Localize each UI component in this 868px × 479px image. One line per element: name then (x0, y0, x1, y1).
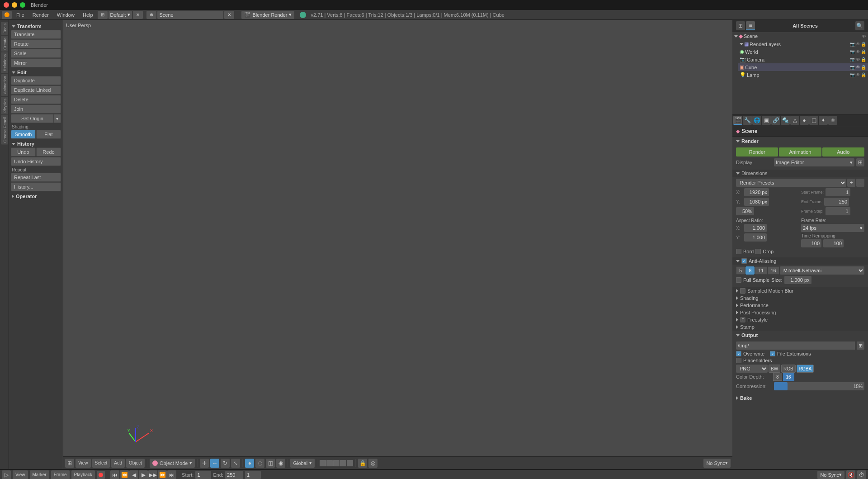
performance-section-header[interactable]: Performance (732, 302, 868, 309)
output-section-header[interactable]: Output (732, 331, 868, 340)
smb-section-header[interactable]: Sampled Motion Blur (732, 287, 868, 294)
prop-constraints-icon[interactable]: 🔗 (771, 116, 780, 125)
smooth-button[interactable]: Smooth (11, 130, 36, 139)
output-path-input[interactable] (736, 341, 855, 350)
jump-start-btn[interactable]: ⏮ (110, 470, 119, 479)
viewport-shading-solid[interactable]: ● (245, 459, 254, 468)
frame-end-input[interactable] (824, 198, 849, 206)
scale-button[interactable]: Scale (11, 49, 61, 58)
color-bw-btn[interactable]: BW (769, 365, 780, 373)
preset-add-btn[interactable]: + (847, 179, 855, 187)
maximize-button[interactable] (20, 2, 25, 8)
rl-render-icon[interactable]: 📷 (850, 42, 855, 47)
duplicate-button[interactable]: Duplicate (11, 76, 61, 85)
rl-eye-icon[interactable]: 👁 (856, 42, 860, 47)
blender-logo[interactable]: 🟠 (2, 11, 12, 19)
file-ext-cb[interactable] (770, 351, 775, 356)
rotate-button[interactable]: Rotate (11, 39, 61, 48)
layout-dropdown[interactable]: Default ▾ (108, 11, 132, 19)
output-path-browse[interactable]: ⊞ (857, 341, 864, 350)
render-section-header[interactable]: Render (732, 137, 868, 146)
menu-help[interactable]: Help (79, 10, 97, 19)
screen-add-icon[interactable]: ✕ (133, 11, 143, 19)
color-depth-16-btn[interactable]: 16 (783, 373, 794, 381)
viewport-object-btn[interactable]: Object (126, 459, 145, 468)
viewport-type-icon[interactable]: ⊞ (65, 459, 74, 468)
viewport-view-btn[interactable]: View (75, 459, 91, 468)
cube-lock-icon[interactable]: 🔒 (861, 65, 866, 70)
jump-end-btn[interactable]: ⏭ (167, 470, 176, 479)
viewport-shading-wire[interactable]: ◌ (255, 459, 264, 468)
sync-dropdown[interactable]: No Sync ▾ (817, 471, 844, 479)
scale-mode[interactable]: ⤡ (231, 459, 240, 468)
mute-audio-btn[interactable]: 🔇 (846, 470, 855, 479)
layer-btn-3[interactable] (333, 460, 340, 466)
world-eye-icon[interactable]: 👁 (856, 49, 860, 54)
prop-world-icon[interactable]: 🌐 (752, 116, 761, 125)
delete-button[interactable]: Delete (11, 95, 61, 104)
prop-particles-icon[interactable]: ✦ (819, 116, 828, 125)
tab-grease-pencil[interactable]: Grease Pencil (1, 115, 8, 145)
format-select[interactable]: PNG (736, 365, 768, 373)
aspect-y-input[interactable] (744, 233, 767, 242)
tab-create[interactable]: Create (1, 36, 8, 52)
res-y-input[interactable] (744, 198, 769, 206)
world-lock-icon[interactable]: 🔒 (861, 49, 866, 54)
animation-button[interactable]: Animation (779, 147, 821, 157)
tab-physics[interactable]: Physics (1, 97, 8, 114)
play-fwd-btn[interactable]: ▶▶ (148, 470, 157, 479)
play-back-btn[interactable]: ◀ (129, 470, 138, 479)
editor-type-icon[interactable]: ⊞ (98, 11, 108, 19)
menu-render[interactable]: Render (29, 10, 52, 19)
join-button[interactable]: Join (11, 104, 61, 114)
menu-window[interactable]: Window (53, 10, 78, 19)
outliner-list-icon[interactable]: ≡ (746, 21, 755, 30)
history-dots-button[interactable]: History... (11, 182, 61, 191)
prop-data-icon[interactable]: △ (790, 116, 799, 125)
time-remap-new[interactable] (823, 239, 844, 247)
res-x-input[interactable] (744, 188, 769, 196)
prop-textures-icon[interactable]: ◫ (809, 116, 818, 125)
aa-btn-8[interactable]: 8 (745, 266, 755, 275)
timeline-editor-icon[interactable]: ▷ (2, 470, 11, 479)
aa-btn-11[interactable]: 11 (755, 266, 767, 275)
prop-object-icon[interactable]: ▣ (762, 116, 771, 125)
set-origin-button[interactable]: Set Origin (11, 114, 54, 123)
outliner-view-icon[interactable]: ⊞ (736, 21, 745, 30)
tab-animation[interactable]: Animation (1, 74, 8, 96)
dimensions-section-header[interactable]: Dimensions (732, 170, 868, 177)
translate-button[interactable]: Translate (11, 30, 61, 39)
pp-section-header[interactable]: Post Processing (732, 309, 868, 316)
camera-lock-icon[interactable]: 🔒 (861, 57, 866, 62)
camera-render-icon[interactable]: 📷 (850, 57, 855, 62)
no-sync-dropdown[interactable]: No Sync ▾ (703, 459, 731, 468)
viewport-shading-render[interactable]: ◉ (276, 459, 285, 468)
timeline-current-input[interactable] (245, 471, 261, 479)
timeline-view-btn[interactable]: View (13, 470, 28, 479)
tab-relations[interactable]: Relations (1, 52, 8, 73)
bake-section-header[interactable]: Bake (732, 394, 868, 403)
camera-eye-icon[interactable]: 👁 (856, 57, 860, 62)
render-engine-dropdown[interactable]: 🎬 Blender Render ▾ (241, 11, 294, 19)
pivot-dropdown[interactable]: Global ▾ (290, 459, 315, 468)
frame-start-input[interactable] (826, 188, 850, 196)
lamp-eye-icon[interactable]: 👁 (856, 72, 860, 77)
prop-modifiers-icon[interactable]: 🔩 (781, 116, 790, 125)
timeline-start-input[interactable] (195, 471, 211, 479)
use-transform-gizmo[interactable]: ✛ (200, 459, 209, 468)
scene-eye-icon[interactable]: 👁 (862, 34, 866, 39)
display-expand-btn[interactable]: ⊞ (856, 158, 864, 166)
time-remap-old[interactable] (801, 239, 821, 247)
aa-section-header[interactable]: Anti-Aliasing (732, 257, 868, 265)
prop-materials-icon[interactable]: ● (800, 116, 809, 125)
aspect-x-input[interactable] (744, 224, 767, 232)
minimize-button[interactable] (12, 2, 17, 8)
viewport-add-btn[interactable]: Add (111, 459, 125, 468)
outliner-item-renderlayers[interactable]: ▦ RenderLayers 📷 👁 🔒 (738, 40, 868, 48)
full-sample-checkbox[interactable] (736, 277, 741, 283)
prev-frame-btn[interactable]: ⏪ (120, 470, 129, 479)
next-frame-btn[interactable]: ⏩ (158, 470, 167, 479)
sync-mode-btn[interactable]: ⏱ (857, 470, 866, 479)
duplicate-linked-button[interactable]: Duplicate Linked (11, 85, 61, 95)
world-render-icon[interactable]: 📷 (850, 49, 855, 54)
